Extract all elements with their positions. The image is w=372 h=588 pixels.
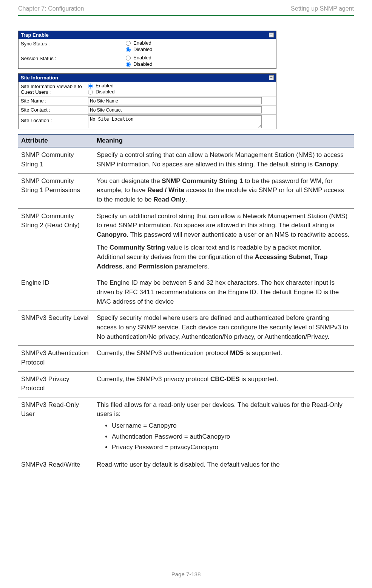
site-info-viewable-label: Site Information Viewable to Guest Users… [19, 82, 86, 96]
site-info-title-bar: Site Information − [19, 74, 276, 82]
site-name-label: Site Name : [19, 97, 86, 104]
table-row: Engine ID The Engine ID may be between 5… [18, 275, 354, 310]
enabled-label: Enabled [96, 83, 114, 89]
collapse-icon[interactable]: − [269, 75, 274, 80]
table-header-row: Attribute Meaning [18, 134, 354, 147]
attribute-cell: Engine ID [18, 275, 94, 310]
meaning-cell: Specify a control string that can allow … [94, 147, 354, 173]
disabled-label: Disabled [96, 89, 115, 95]
list-item: Username = Canopyro [112, 420, 351, 431]
site-info-title: Site Information [21, 75, 58, 81]
session-status-row: Session Status : Enabled Disabled [19, 54, 276, 68]
meaning-cell: Read-write user by default is disabled. … [94, 457, 354, 473]
session-status-label: Session Status : [19, 54, 86, 62]
attribute-cell: SNMPv3 Authentication Protocol [18, 346, 94, 371]
list-item: Privacy Password = privacyCanopyro [112, 442, 351, 453]
table-row: SNMP Community String 1 Specify a contro… [18, 147, 354, 173]
disabled-label: Disabled [133, 47, 153, 53]
site-location-row: Site Location : [19, 114, 276, 129]
attribute-cell: SNMP Community String 1 Permissions [18, 173, 94, 208]
meaning-cell: Specify security model where users are d… [94, 310, 354, 346]
meaning-cell: Specify an additional control string tha… [94, 208, 354, 275]
meaning-cell: This filed allows for a read-only user p… [94, 397, 354, 457]
site-viewable-enabled-radio[interactable] [88, 84, 93, 88]
site-contact-input[interactable] [88, 106, 262, 113]
header-left: Chapter 7: Configuration [18, 5, 84, 12]
session-status-disabled-option[interactable]: Disabled [126, 61, 275, 68]
sync-status-enabled-radio[interactable] [126, 41, 131, 46]
table-row: SNMP Community String 2 (Read Only) Spec… [18, 208, 354, 275]
table-row: SNMPv3 Authentication Protocol Currently… [18, 346, 354, 371]
sync-status-enabled-option[interactable]: Enabled [126, 40, 275, 47]
site-viewable-enabled-option[interactable]: Enabled [88, 83, 275, 89]
site-location-label: Site Location : [19, 115, 86, 124]
session-status-enabled-option[interactable]: Enabled [126, 55, 275, 61]
attribute-header: Attribute [18, 134, 94, 147]
page-header: Chapter 7: Configuration Setting up SNMP… [18, 0, 354, 13]
site-contact-row: Site Contact : [19, 105, 276, 114]
site-info-viewable-row: Site Information Viewable to Guest Users… [19, 82, 276, 96]
site-contact-label: Site Contact : [19, 106, 86, 113]
enabled-label: Enabled [133, 40, 151, 47]
attribute-cell: SNMP Community String 2 (Read Only) [18, 208, 94, 275]
sync-status-disabled-option[interactable]: Disabled [126, 47, 275, 53]
session-status-enabled-radio[interactable] [126, 56, 131, 61]
site-name-input[interactable] [88, 97, 262, 104]
meaning-cell: Currently, the SNMPv3 authentication pro… [94, 346, 354, 371]
sync-status-row: Sync Status : Enabled Disabled [19, 39, 276, 54]
page-footer: Page 7-138 [0, 571, 372, 577]
header-divider [18, 15, 354, 16]
attribute-cell: SNMPv3 Read-Only User [18, 397, 94, 457]
readonly-defaults-list: Username = Canopyro Authentication Passw… [97, 420, 351, 453]
trap-enable-panel: Trap Enable − Sync Status : Enabled Disa… [18, 31, 276, 69]
header-right: Setting up SNMP agent [291, 5, 354, 12]
site-location-input[interactable] [88, 115, 262, 128]
trap-enable-title: Trap Enable [21, 32, 49, 38]
attribute-table: Attribute Meaning SNMP Community String … [18, 134, 354, 473]
table-row: SNMPv3 Read-Only User This filed allows … [18, 397, 354, 457]
trap-enable-title-bar: Trap Enable − [19, 31, 276, 39]
attribute-cell: SNMPv3 Read/Write [18, 457, 94, 473]
table-row: SNMPv3 Security Level Specify security m… [18, 310, 354, 346]
session-status-disabled-radio[interactable] [126, 62, 131, 67]
site-viewable-disabled-option[interactable]: Disabled [88, 89, 275, 95]
site-viewable-disabled-radio[interactable] [88, 90, 93, 95]
disabled-label: Disabled [133, 61, 153, 68]
meaning-cell: Currently, the SNMPv3 privacy protocol C… [94, 371, 354, 397]
sync-status-disabled-radio[interactable] [126, 47, 131, 52]
table-row: SNMPv3 Privacy Protocol Currently, the S… [18, 371, 354, 397]
meaning-cell: The Engine ID may be between 5 and 32 he… [94, 275, 354, 310]
site-information-panel: Site Information − Site Information View… [18, 73, 276, 130]
enabled-label: Enabled [133, 55, 151, 61]
attribute-cell: SNMPv3 Privacy Protocol [18, 371, 94, 397]
meaning-cell: You can designate the SNMP Community Str… [94, 173, 354, 208]
collapse-icon[interactable]: − [269, 33, 274, 37]
meaning-header: Meaning [94, 134, 354, 147]
list-item: Authentication Password = authCanopyro [112, 431, 351, 442]
site-name-row: Site Name : [19, 96, 276, 105]
sync-status-label: Sync Status : [19, 39, 86, 47]
readonly-intro: This filed allows for a read-only user p… [97, 400, 351, 419]
table-row: SNMPv3 Read/Write Read-write user by def… [18, 457, 354, 473]
attribute-cell: SNMPv3 Security Level [18, 310, 94, 346]
attribute-cell: SNMP Community String 1 [18, 147, 94, 173]
table-row: SNMP Community String 1 Permissions You … [18, 173, 354, 208]
